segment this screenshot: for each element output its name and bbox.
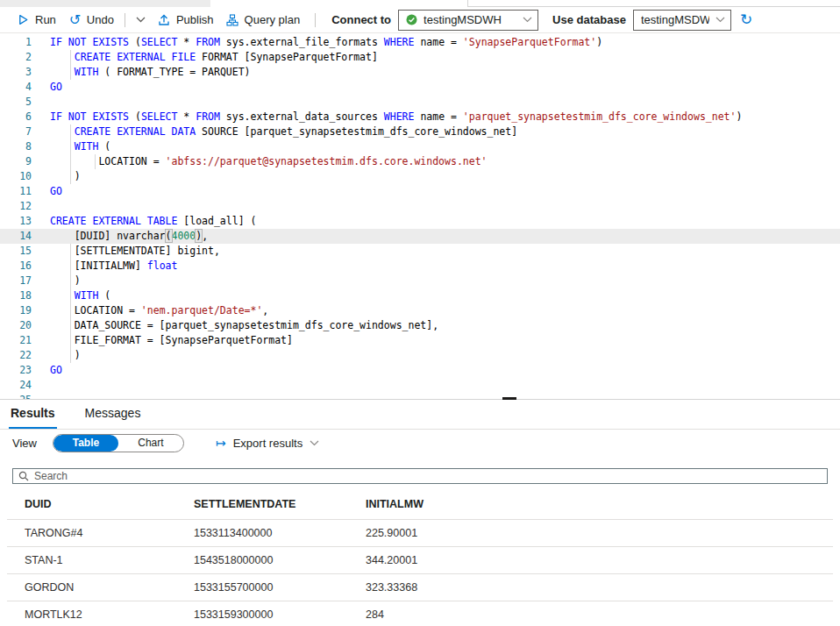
line-number: 9 [0,154,32,169]
line-number: 13 [0,214,32,229]
table-cell: MORTLK12 [7,601,194,626]
use-database-dropdown[interactable]: testingMSDWH [633,10,731,31]
code-editor[interactable]: 1IF NOT EXISTS (SELECT * FROM sys.extern… [0,33,840,399]
line-number: 6 [0,110,32,124]
connection-status-icon [406,14,417,25]
table-cell: TARONG#4 [7,520,194,547]
code-line[interactable]: 22 ) [0,348,840,363]
panel-divider [0,399,840,400]
code-text: WITH ( [50,139,110,154]
code-line[interactable]: 18 WITH ( [0,288,840,303]
export-results-button[interactable]: ↦ Export results [216,436,319,450]
refresh-button[interactable]: ↻ [740,11,752,29]
code-line[interactable]: 4GO [0,80,840,95]
code-line[interactable]: 8 WITH ( [0,139,840,154]
code-line[interactable]: 14 [DUID] nvarchar(4000), [0,229,840,244]
run-button[interactable]: Run [11,9,62,32]
code-line[interactable]: 15 [SETTLEMENTDATE] bigint, [0,244,840,259]
tab-results[interactable]: Results [9,401,57,429]
code-text: DATA_SOURCE = [parquet_synapsetestmim_df… [50,318,438,333]
line-number: 8 [0,139,32,154]
code-text: GO [50,80,62,95]
line-number: 11 [0,184,32,199]
undo-button[interactable]: ↺ Undo [62,9,120,32]
code-line[interactable]: 20 DATA_SOURCE = [parquet_synapsetestmim… [0,318,840,333]
code-line[interactable]: 25 [0,393,840,399]
panel-resize-handle[interactable] [502,397,516,400]
tab-strip-inactive-area [0,0,210,7]
code-line[interactable]: 9 LOCATION = 'abfss://parquet@synapsetes… [0,154,840,169]
code-line[interactable]: 5 [0,95,840,110]
view-chart-button[interactable]: Chart [118,435,183,452]
code-line[interactable]: 10 ) [0,169,840,184]
line-number: 15 [0,244,32,259]
undo-icon: ↺ [68,13,82,26]
view-row: View Table Chart ↦ Export results [0,430,840,456]
query-plan-label: Query plan [245,13,301,26]
connect-to-label: Connect to [331,13,391,26]
tab-messages[interactable]: Messages [83,401,143,429]
code-line[interactable]: 3 WITH ( FORMAT_TYPE = PARQUET) [0,65,840,80]
code-line[interactable]: 23GO [0,363,840,378]
undo-label: Undo [87,13,114,26]
chevron-down-icon [310,440,319,446]
code-line[interactable]: 21 FILE_FORMAT = [SynapseParquetFormat] [0,333,840,348]
line-number: 19 [0,303,32,318]
query-plan-button[interactable]: Query plan [220,9,307,32]
column-header[interactable]: SETTLEMENTDATE [194,486,366,520]
run-icon [17,13,30,26]
run-label: Run [35,13,56,26]
table-row[interactable]: TARONG#41533113400000225.90001 [7,520,833,547]
use-database-value: testingMSDWH [641,13,709,26]
code-line[interactable]: 11GO [0,184,840,199]
undo-dropdown-button[interactable] [130,9,152,32]
export-icon: ↦ [216,436,226,450]
line-number: 22 [0,348,32,363]
publish-button[interactable]: Publish [152,9,220,32]
line-number: 1 [0,35,32,50]
code-line[interactable]: 16 [INITIALMW] float [0,259,840,274]
code-line[interactable]: 2 CREATE EXTERNAL FILE FORMAT [SynapsePa… [0,50,840,65]
connect-to-dropdown[interactable]: testingMSDWH [398,10,538,31]
chevron-down-icon [523,17,532,23]
tab-strip [0,0,840,7]
table-row[interactable]: GORDON1533155700000323.33368 [7,574,833,601]
code-text: [INITIALMW] float [50,259,177,274]
code-line[interactable]: 19 LOCATION = 'nem.parquet/Date=*', [0,303,840,318]
code-line[interactable]: 1IF NOT EXISTS (SELECT * FROM sys.extern… [0,35,840,50]
table-cell: GORDON [7,574,194,601]
table-cell: 1533159300000 [194,601,366,626]
code-text: GO [50,363,62,378]
code-text: ) [50,274,81,288]
line-number: 17 [0,274,32,288]
line-number: 20 [0,318,32,333]
code-line[interactable]: 13CREATE EXTERNAL TABLE [load_all] ( [0,214,840,229]
column-header[interactable]: INITIALMW [366,486,833,520]
code-line[interactable]: 17 ) [0,274,840,288]
table-row[interactable]: STAN-11543518000000344.20001 [7,547,833,574]
table-cell: 1543518000000 [194,547,366,574]
search-input[interactable] [34,470,822,482]
view-table-button[interactable]: Table [53,435,118,452]
code-text: CREATE EXTERNAL FILE FORMAT [SynapseParq… [50,50,378,65]
code-line[interactable]: 24 [0,378,840,393]
code-text: ) [50,348,81,363]
line-number: 25 [0,393,32,399]
code-text: [DUID] nvarchar(4000), [50,229,208,244]
column-header[interactable]: DUID [7,486,194,520]
code-text: LOCATION = 'abfss://parquet@synapsetestm… [50,154,488,169]
line-number: 18 [0,288,32,303]
code-line[interactable]: 12 [0,199,840,214]
search-box [12,468,828,484]
table-row[interactable]: MORTLK121533159300000284 [7,601,833,626]
code-text: CREATE EXTERNAL TABLE [load_all] ( [50,214,256,229]
chevron-down-icon [134,13,147,26]
line-number: 23 [0,363,32,378]
line-number: 24 [0,378,32,393]
code-text: IF NOT EXISTS (SELECT * FROM sys.externa… [50,110,742,124]
results-tab-bar: Results Messages [0,400,840,430]
line-number: 7 [0,124,32,139]
code-line[interactable]: 7 CREATE EXTERNAL DATA SOURCE [parquet_s… [0,124,840,139]
code-line[interactable]: 6IF NOT EXISTS (SELECT * FROM sys.extern… [0,110,840,124]
line-number: 4 [0,80,32,95]
